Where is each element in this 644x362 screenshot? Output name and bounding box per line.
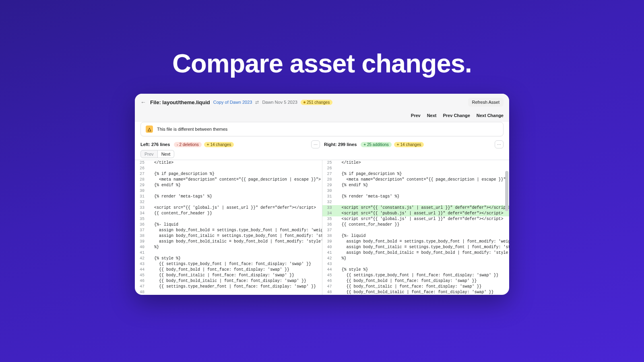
code-line: 38 {%- liquid [322,233,510,239]
code-text: </title> [148,160,322,166]
left-more-button[interactable]: ⋯ [311,140,320,148]
line-number: 39 [135,239,148,245]
diff-body: 25 </title>2627 {% if page_description %… [135,160,509,295]
code-line: 31 {% render 'meta-tags' %} [322,194,510,200]
right-more-button[interactable]: ⋯ [495,140,504,148]
refresh-asset-button[interactable]: Refresh Asset [468,98,504,107]
code-line: 29 {% endif %} [135,183,322,188]
nav-row: Prev Next Prev Change Next Change [135,111,509,122]
right-pane-header: Right: 299 lines + 25 additions + 14 cha… [320,140,504,148]
line-number: 45 [322,273,335,278]
line-number: 42 [135,256,148,261]
code-text: {%- liquid [335,233,510,239]
app-window: ← File: layout/theme.liquid Copy of Dawn… [135,94,509,295]
line-number: 33 [135,205,148,211]
code-text: {{ settings.type_header_font | font_face… [148,284,322,290]
code-text: {{ body_font_italic | font_face: font_di… [148,273,322,278]
code-text: {{ body_font_bold_italic | font_face: fo… [148,278,322,284]
line-number: 34 [135,211,148,216]
right-changes-badge: + 14 changes [394,142,424,147]
code-text: {{ body_font_bold | font_face: font_disp… [335,278,510,284]
prev-button[interactable]: Prev [140,150,158,158]
code-line: 45 {{ settings.type_body_font | font_fac… [322,273,510,278]
code-text: {% render 'meta-tags' %} [335,194,510,200]
line-number: 44 [322,267,335,273]
right-diff-pane[interactable]: 25 </title>2627 {% if page_description %… [322,160,510,295]
code-line: 42 {% style %} [135,256,322,261]
line-number: 26 [322,166,335,171]
left-changes-badge: + 14 changes [204,142,234,147]
code-line: 33 <script src="{{ 'global.js' | asset_u… [135,205,322,211]
line-number: 29 [135,183,148,188]
code-text: {% style %} [148,256,322,261]
code-line: 25 </title> [322,160,510,166]
theme-left-link[interactable]: Copy of Dawn 2023 [213,100,252,105]
line-number: 32 [322,200,335,205]
back-arrow-icon[interactable]: ← [140,99,147,105]
nav-next-change[interactable]: Next Change [477,113,504,118]
code-line: 44 {% style %} [322,267,510,273]
code-line: 29 {% endif %} [322,183,510,188]
line-number: 27 [135,171,148,177]
line-number: 45 [135,273,148,278]
line-number: 31 [135,194,148,200]
scrollbar-thumb[interactable] [505,171,508,212]
changes-count: 251 changes [307,100,330,105]
line-number: 36 [135,222,148,228]
file-title: File: layout/theme.liquid [150,99,210,105]
code-text: <script src="{{ 'global.js' | asset_url … [148,205,322,211]
code-line: 48 {{ body_font_bold_italic | font_face:… [322,290,510,295]
diff-alert: △ This file is different between themes [140,122,504,136]
left-lines-label: Left: 276 lines [140,142,170,147]
line-number: 30 [135,188,148,194]
line-number: 40 [322,245,335,250]
prev-next-group: Prev Next [135,148,509,158]
code-line: 32 [135,200,322,205]
nav-prev-change[interactable]: Prev Change [443,113,470,118]
code-text: {{ body_font_italic | font_face: font_di… [335,284,510,290]
code-line: 47 {{ body_font_italic | font_face: font… [322,284,510,290]
line-number: 38 [322,233,335,239]
line-number: 48 [135,290,148,295]
code-text: assign body_font_italic = settings.type_… [335,245,510,250]
line-number: 46 [135,278,148,284]
code-line: 42 %} [322,256,510,261]
code-line: 30 [135,188,322,194]
line-number: 35 [322,216,335,222]
left-diff-pane[interactable]: 25 </title>2627 {% if page_description %… [135,160,322,295]
code-line: 39 assign body_font_bold_italic = body_f… [135,239,322,245]
code-line: 40 %} [135,245,322,250]
code-text: </title> [335,160,510,166]
nav-prev[interactable]: Prev [411,113,421,118]
next-button[interactable]: Next [158,150,175,158]
code-text [335,200,510,205]
code-line: 41 assign body_font_bold_italic = body_f… [322,250,510,256]
code-text: <script src="{{ 'pubsub.js' | asset_url … [335,211,510,216]
code-text: %} [335,256,510,261]
nav-next[interactable]: Next [427,113,437,118]
code-text: {% style %} [335,267,510,273]
line-number: 30 [322,188,335,194]
line-number: 41 [135,250,148,256]
code-text [148,250,322,256]
line-number: 37 [135,228,148,233]
code-text: <meta name="description" content="{{ pag… [335,177,510,183]
code-text: assign body_font_bold = settings.type_bo… [148,228,322,233]
theme-right-label: Dawn Nov 5 2023 [262,100,297,105]
code-text: {{ body_font_bold | font_face: font_disp… [148,267,322,273]
line-number: 27 [322,171,335,177]
line-number: 36 [322,222,335,228]
code-line: 28 <meta name="description" content="{{ … [135,177,322,183]
code-line: 32 [322,200,510,205]
code-text [148,188,322,194]
code-line: 41 [135,250,322,256]
swap-icon[interactable]: ⇄ [255,100,259,105]
code-text: {% endif %} [335,183,510,188]
code-line: 35 [135,216,322,222]
line-number: 41 [322,250,335,256]
line-number: 42 [322,256,335,261]
code-text: {%- liquid [148,222,322,228]
code-line: 46 {{ body_font_bold | font_face: font_d… [322,278,510,284]
code-line: 33 <script src="{{ 'constants.js' | asse… [322,205,510,211]
line-number: 35 [135,216,148,222]
